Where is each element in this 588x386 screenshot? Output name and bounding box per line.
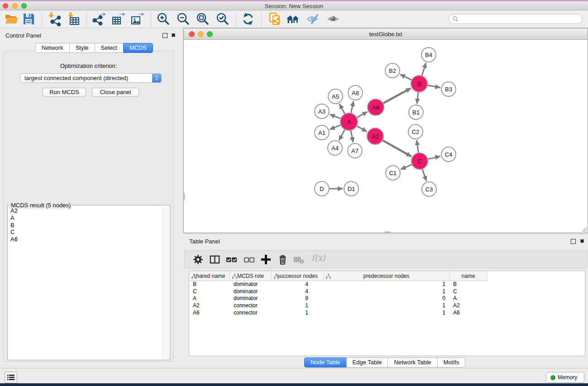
table-cell[interactable]: A2 xyxy=(189,302,230,310)
node-A4[interactable]: A4 xyxy=(328,141,342,155)
table-cell[interactable]: 0 xyxy=(324,295,449,302)
node-A6[interactable]: A6 xyxy=(368,99,384,115)
column-header-shared-name[interactable]: shared name xyxy=(189,271,230,281)
column-header-MCDS-role[interactable]: MCDS role xyxy=(230,271,272,281)
first-neighbors-icon[interactable] xyxy=(268,12,282,26)
node-C[interactable]: C xyxy=(411,153,428,169)
node-B2[interactable]: B2 xyxy=(385,63,400,78)
resize-grip[interactable] xyxy=(581,226,587,232)
optimization-criterion-dropdown[interactable]: largest connected component (directed) ▲… xyxy=(20,73,162,83)
node-A8[interactable]: A8 xyxy=(348,86,363,100)
close-table-panel-icon[interactable]: ✖ xyxy=(580,239,584,244)
table-row[interactable]: Bdominator41B xyxy=(189,281,585,288)
tab-mcds[interactable]: MCDS xyxy=(123,43,153,53)
node-C3[interactable]: C3 xyxy=(422,182,436,196)
node-D1[interactable]: D1 xyxy=(344,181,359,196)
home-reset-icon[interactable] xyxy=(286,12,300,26)
deselect-all-icon[interactable] xyxy=(243,253,255,266)
network-horizontal-scrollbar[interactable] xyxy=(384,231,391,233)
zoom-out-icon[interactable] xyxy=(176,12,191,26)
tab-network-table[interactable]: Network Table xyxy=(387,357,437,367)
mcds-result-item[interactable]: C xyxy=(9,229,162,236)
zoom-in-icon[interactable] xyxy=(156,12,171,26)
tab-network[interactable]: Network xyxy=(35,43,70,53)
table-cell[interactable]: dominator xyxy=(230,281,272,288)
network-graph-canvas[interactable]: AA1A2A3A4A5A6A7A8BB1B2B3B4CC1C2C3C4DD1 xyxy=(184,40,588,233)
table-cell[interactable]: A2 xyxy=(449,302,488,310)
float-table-panel-icon[interactable] xyxy=(571,239,576,244)
table-cell[interactable]: A6 xyxy=(449,310,488,317)
open-file-icon[interactable] xyxy=(4,12,19,26)
column-header-name[interactable]: name xyxy=(449,271,488,281)
table-row[interactable]: Cdominator41C xyxy=(189,288,585,295)
node-B3[interactable]: B3 xyxy=(441,82,456,96)
node-B1[interactable]: B1 xyxy=(409,105,423,119)
add-row-icon[interactable] xyxy=(260,253,272,266)
zoom-fit-icon[interactable] xyxy=(196,12,210,26)
node-B4[interactable]: B4 xyxy=(421,48,436,62)
table-cell[interactable]: dominator xyxy=(230,295,272,302)
node-B[interactable]: B xyxy=(411,76,427,92)
table-cell[interactable]: A xyxy=(189,295,230,302)
table-cell[interactable]: B xyxy=(189,281,230,288)
table-row[interactable]: A6connector11A6 xyxy=(189,310,585,317)
column-visibility-icon[interactable] xyxy=(209,253,221,266)
column-header-successor-nodes[interactable]: successor nodes xyxy=(272,271,324,281)
select-all-icon[interactable] xyxy=(225,253,238,266)
network-window-titlebar[interactable]: testGlobe.txt xyxy=(184,29,588,40)
settings-gear-icon[interactable] xyxy=(192,253,204,266)
save-session-icon[interactable] xyxy=(21,12,36,26)
show-panels-button[interactable] xyxy=(5,372,17,383)
table-cell[interactable]: 1 xyxy=(324,288,449,295)
search-input[interactable] xyxy=(449,14,583,24)
zoom-selected-icon[interactable] xyxy=(215,12,230,26)
column-header-predecessor-nodes[interactable]: predecessor nodes xyxy=(324,271,449,281)
show-all-icon[interactable] xyxy=(326,12,340,26)
mcds-result-scrollbar[interactable] xyxy=(163,207,169,359)
tab-select[interactable]: Select xyxy=(95,43,124,53)
table-cell[interactable]: 4 xyxy=(272,288,324,295)
node-D[interactable]: D xyxy=(315,181,329,196)
table-cell[interactable]: 4 xyxy=(272,281,324,288)
table-cell[interactable]: 1 xyxy=(272,310,324,317)
mcds-result-item[interactable]: A6 xyxy=(9,236,162,243)
node-A7[interactable]: A7 xyxy=(348,143,362,158)
import-network-icon[interactable] xyxy=(47,12,62,26)
node-A1[interactable]: A1 xyxy=(315,125,329,140)
table-row[interactable]: A2connector11A2 xyxy=(189,302,585,310)
table-cell[interactable]: A xyxy=(449,295,488,302)
run-mcds-button[interactable]: Run MCDS xyxy=(43,88,86,97)
import-table-icon[interactable] xyxy=(67,12,81,26)
table-cell[interactable]: A6 xyxy=(189,310,230,317)
export-table-icon[interactable] xyxy=(111,12,125,26)
tab-motifs[interactable]: Motifs xyxy=(437,357,466,367)
tab-edge-table[interactable]: Edge Table xyxy=(346,357,388,367)
table-cell[interactable]: C xyxy=(189,288,230,295)
delete-table-icon[interactable] xyxy=(293,253,305,266)
close-panel-icon[interactable]: ✖ xyxy=(171,33,176,38)
export-network-icon[interactable] xyxy=(91,12,106,26)
delete-row-icon[interactable] xyxy=(277,253,289,266)
node-C4[interactable]: C4 xyxy=(441,147,456,162)
refresh-icon[interactable] xyxy=(241,12,255,26)
table-cell[interactable]: connector xyxy=(230,310,272,317)
table-cell[interactable]: 1 xyxy=(272,302,324,310)
node-C2[interactable]: C2 xyxy=(408,124,423,139)
node-A5[interactable]: A5 xyxy=(328,89,343,104)
table-cell[interactable]: 1 xyxy=(324,310,449,317)
table-cell[interactable]: 8 xyxy=(272,295,324,302)
close-panel-button[interactable]: Close panel xyxy=(92,88,139,97)
node-C1[interactable]: C1 xyxy=(386,166,400,180)
network-vertical-scrollbar[interactable] xyxy=(184,193,185,200)
float-panel-icon[interactable] xyxy=(163,33,167,38)
mcds-result-item[interactable]: B xyxy=(9,222,162,229)
table-cell[interactable]: B xyxy=(449,281,488,288)
mcds-result-item[interactable]: A2 xyxy=(9,207,162,214)
node-A[interactable]: A xyxy=(340,113,358,130)
export-image-icon[interactable] xyxy=(130,12,144,26)
table-cell[interactable]: C xyxy=(449,288,488,295)
node-A2[interactable]: A2 xyxy=(367,128,383,144)
node-A3[interactable]: A3 xyxy=(315,104,329,119)
hide-selected-icon[interactable] xyxy=(306,12,320,26)
tab-style[interactable]: Style xyxy=(69,43,95,53)
